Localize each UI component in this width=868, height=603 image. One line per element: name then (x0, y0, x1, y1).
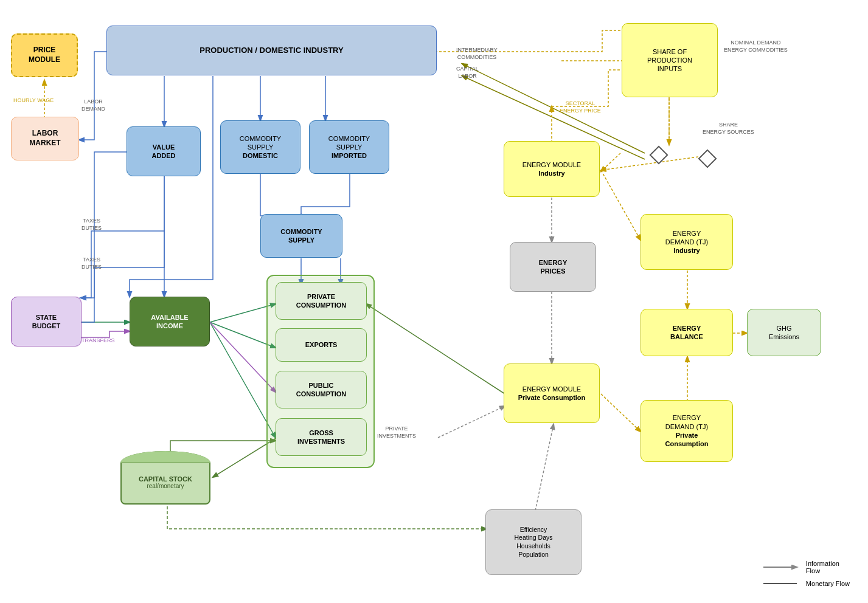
svg-line-29 (535, 424, 554, 511)
commodity-supply-node: COMMODITYSUPPLY (260, 214, 342, 258)
energy-demand-private-node: ENERGYDEMAND (TJ)PrivateConsumption (641, 400, 733, 462)
capital-stock-node: CAPITAL STOCK real/monetary (120, 451, 210, 505)
legend-information-flow: InformationFlow (763, 560, 850, 574)
price-module-node: PRICE MODULE (11, 33, 78, 77)
share-production-inputs-node: SHARE OFPRODUCTIONINPUTS (622, 23, 718, 97)
production-node: PRODUCTION / DOMESTIC INDUSTRY (106, 26, 437, 75)
available-income-node: AVAILABLEINCOME (130, 297, 210, 346)
label-sectoral-energy: SECTORALENERGY PRICE (560, 100, 601, 114)
energy-prices-node: ENERGYPRICES (510, 242, 596, 292)
label-intermediary: INTERMEDIARYCOMMODITIES (456, 47, 498, 61)
svg-line-15 (366, 304, 505, 394)
state-budget-node: STATEBUDGET (11, 297, 82, 346)
exports-node: EXPORTS (276, 328, 367, 362)
svg-line-7 (210, 304, 276, 322)
energy-module-industry-node: ENERGY MODULEIndustry (504, 141, 600, 197)
public-consumption-node: PUBLICCONSUMPTION (276, 371, 367, 408)
diamond-2 (698, 150, 717, 168)
legend: InformationFlow Monetary Flow (763, 560, 850, 588)
diamond-1 (650, 146, 668, 164)
labor-market-node: LABORMARKET (11, 117, 79, 160)
private-consumption-node: PRIVATECONSUMPTION (276, 282, 367, 320)
label-labor-demand: LABORDEMAND (82, 98, 105, 112)
svg-line-28 (601, 170, 641, 240)
label-nominal-demand: NOMINAL DEMANDENERGY COMMODITIES (724, 40, 788, 53)
gross-investments-node: GROSSINVESTMENTS (276, 418, 367, 456)
label-capital-labor: CAPITALLABOR (456, 66, 479, 80)
label-taxes-2: TAXESDUTIES (82, 257, 102, 270)
svg-line-8 (210, 322, 276, 348)
commodity-supply-domestic-node: COMMODITYSUPPLYDOMESTIC (220, 120, 300, 174)
value-added-node: VALUEADDED (127, 126, 201, 176)
diagram: PRICE MODULE LABORMARKET PRODUCTION / DO… (0, 0, 868, 603)
label-transfers: TRANSFERS (82, 337, 115, 345)
ghg-emissions-node: GHGEmissions (747, 309, 821, 356)
energy-balance-node: ENERGYBALANCE (641, 309, 733, 356)
label-hourly-wage: HOURLY WAGE (13, 97, 54, 105)
label-private-investments: PRIVATEINVESTMENTS (377, 426, 416, 439)
svg-line-23 (462, 64, 645, 153)
svg-line-9 (210, 322, 276, 438)
svg-line-30 (438, 406, 505, 438)
commodity-supply-imported-node: COMMODITYSUPPLYIMPORTED (309, 120, 389, 174)
energy-demand-industry-node: ENERGYDEMAND (TJ)Industry (641, 214, 733, 270)
legend-monetary-flow: Monetary Flow (763, 579, 850, 588)
energy-module-private-node: ENERGY MODULEPrivate Consumption (504, 364, 600, 423)
svg-line-11 (210, 322, 276, 392)
svg-line-27 (601, 394, 641, 432)
label-share-energy: SHAREENERGY SOURCES (703, 122, 754, 136)
svg-line-18 (601, 153, 620, 171)
efficiency-node: EfficiencyHeating DaysHouseholdsPopulati… (485, 509, 582, 575)
label-taxes-1: TAXESDUTIES (82, 218, 102, 232)
